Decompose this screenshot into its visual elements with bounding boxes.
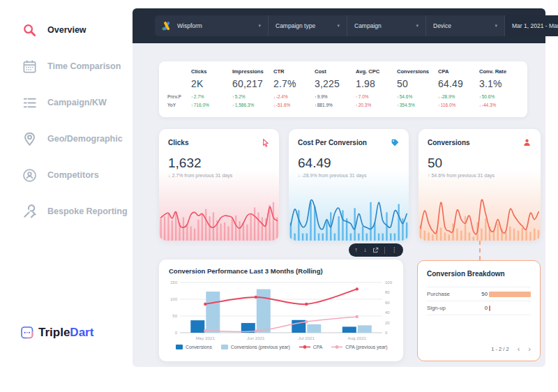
competitors-icon [21, 167, 38, 183]
kpi-metrics-grid: Clicks2K↑2.7%↑716.0%Impressions60,217↑5.… [191, 68, 520, 113]
account-selector[interactable]: Wispform ▾ [155, 15, 269, 36]
legend-item[interactable]: CPA (previous year) [331, 345, 387, 349]
svg-text:40: 40 [385, 310, 390, 315]
sidebar: Overview Time Comparison Campaign/KW Geo… [0, 0, 133, 392]
kpi-metric-name: Clicks [191, 68, 232, 78]
svg-text:60: 60 [385, 301, 390, 305]
legend-item[interactable]: Conversions (previous year) [221, 345, 290, 349]
kpi-yoy-delta: ↑716.0% [191, 103, 232, 111]
logo-text-dart: Dart [70, 326, 93, 339]
sidebar-item-time-comparison[interactable]: Time Comparison [21, 57, 133, 75]
clicks-card: Clicks 1,632 ↓ 2.7% from previous 31 day… [159, 129, 279, 241]
kpi-metric-name: Impressions [232, 68, 273, 78]
kpi-yoy-delta: ↑354.5% [397, 103, 438, 111]
tripledart-mark-icon [21, 326, 33, 339]
clicks-sparkline [159, 193, 279, 241]
person-icon [522, 138, 531, 147]
kpi-prev-delta: ↑9.9% [315, 94, 356, 103]
tripledart-logo: TripleDart [21, 326, 93, 340]
date-range-picker[interactable]: Mar 1, 2021 - Mar 31, 2021 ▾ [505, 15, 558, 36]
list-icon [21, 94, 38, 111]
kpi-metric-clicks: Clicks2K↑2.7%↑716.0% [191, 68, 232, 113]
conversions-delta: ↑ 54.6% from previous 31 days [418, 171, 541, 178]
arrow-up-icon[interactable]: ↑ [354, 247, 358, 253]
kpi-prev-period-label: Prev.P [167, 94, 181, 103]
kpi-metric-impressions: Impressions60,217↑5.2%↑1,586.3% [232, 68, 273, 113]
sidebar-nav: Overview Time Comparison Campaign/KW Geo… [0, 0, 133, 220]
filter-campaign[interactable]: Campaign ▾ [347, 15, 426, 36]
kpi-metric-conv-rate: Conv. Rate3.1%↑50.6%↓-44.3% [479, 68, 520, 113]
kpi-metric-value: 2.7% [273, 78, 315, 94]
kpi-metric-value: 60,217 [232, 78, 273, 94]
kpi-summary-card: Prev.P YoY Clicks2K↑2.7%↑716.0%Impressio… [159, 61, 527, 117]
kpi-yoy-delta: ↑116.0% [438, 103, 479, 111]
legend-item[interactable]: CPA [299, 345, 322, 349]
filter-bar: Wispform ▾ Campaign type ▾ Campaign ▾ De… [155, 15, 558, 36]
svg-text:0: 0 [385, 331, 388, 335]
arrow-down-icon[interactable]: ↓ [363, 247, 367, 253]
kpi-metric-ctr: CTR2.7%↓-2.4%↓-51.6% [273, 68, 315, 113]
kpi-prev-delta: ↑54.6% [397, 94, 438, 103]
date-range-label: Mar 1, 2021 - Mar 31, 2021 [512, 22, 558, 29]
sidebar-item-label: Geo/Demographic [47, 134, 123, 144]
chevron-down-icon: ▾ [495, 23, 497, 29]
search-icon [21, 22, 38, 38]
kpi-prev-delta: ↑5.2% [232, 94, 273, 103]
account-label: Wispform [177, 22, 202, 29]
svg-text:0: 0 [175, 331, 178, 335]
sidebar-item-label: Overview [47, 25, 86, 35]
sidebar-item-geo-demographic[interactable]: Geo/Demographic [21, 130, 133, 148]
legend-line-marker [331, 345, 342, 349]
breakdown-connector-line [479, 241, 481, 260]
legend-label: Conversions (previous year) [231, 345, 290, 349]
filter-device[interactable]: Device ▾ [426, 15, 505, 36]
conversions-card: Conversions 50 ↑ 54.6% from previous 31 … [418, 129, 541, 241]
sidebar-item-competitors[interactable]: Competitors [21, 166, 133, 184]
conversions-sparkline [418, 193, 541, 241]
export-icon[interactable] [372, 247, 379, 253]
sidebar-item-label: Bespoke Reporting [47, 206, 128, 216]
chevron-left-icon[interactable]: ‹ [518, 345, 520, 353]
kpi-row-labels: Prev.P YoY [162, 68, 191, 113]
breakdown-bar [489, 306, 531, 311]
cpc-delta: ↓ -28.9% from previous 31 days [289, 171, 409, 178]
svg-text:Jul 2021: Jul 2021 [299, 336, 315, 340]
kpi-yoy-delta: ↑20.3% [356, 103, 397, 111]
dashboard-canvas: Wispform ▾ Campaign type ▾ Campaign ▾ De… [133, 8, 545, 367]
clicks-delta: ↓ 2.7% from previous 31 days [159, 171, 279, 178]
svg-text:Aug 2021: Aug 2021 [348, 336, 367, 340]
breakdown-table: Purchase50Sign-up0 [427, 287, 531, 315]
kpi-metric-value: 3,225 [315, 78, 356, 94]
sidebar-item-campaign-kw[interactable]: Campaign/KW [21, 93, 133, 112]
breakdown-bar [489, 292, 531, 297]
kpi-metric-value: 64.49 [438, 78, 479, 94]
legend-label: CPA (previous year) [345, 345, 387, 349]
svg-text:50: 50 [172, 314, 177, 318]
calendar-icon [21, 58, 38, 75]
sidebar-item-overview[interactable]: Overview [21, 21, 133, 39]
cpc-card-title: Cost Per Conversion [298, 139, 367, 146]
legend-item[interactable]: Conversions [176, 345, 212, 349]
legend-line-marker [299, 345, 310, 349]
chevron-down-icon: ▾ [416, 23, 418, 29]
kpi-metric-name: CPA [438, 68, 479, 78]
kpi-metric-name: CTR [273, 68, 315, 78]
breakdown-title: Conversion Breakdown [427, 270, 531, 278]
kpi-metric-cpa: CPA64.49↓-28.9%↑116.0% [438, 68, 479, 113]
kpi-prev-delta: ↓-2.4% [273, 94, 315, 103]
legend-label: Conversions [186, 345, 212, 349]
filter-campaign-type[interactable]: Campaign type ▾ [269, 15, 347, 36]
tag-icon [391, 138, 400, 147]
sidebar-item-bespoke-reporting[interactable]: Bespoke Reporting [21, 202, 133, 220]
chevron-right-icon[interactable]: › [528, 345, 531, 353]
breakdown-pagination: 1 - 2 / 2 ‹ › [491, 345, 531, 353]
breakdown-row-value: 0 [475, 305, 488, 311]
chevron-down-icon: ▾ [258, 23, 261, 29]
kpi-metric-conversions: Conversions50↑54.6%↑354.5% [397, 68, 438, 113]
breakdown-row-label: Purchase [427, 291, 475, 297]
chevron-down-icon: ▾ [337, 23, 340, 29]
topbar: Wispform ▾ Campaign type ▾ Campaign ▾ De… [133, 8, 545, 43]
kebab-menu-icon[interactable]: ⋮ [391, 247, 398, 253]
cursor-icon [261, 138, 270, 147]
svg-text:80: 80 [385, 290, 390, 294]
